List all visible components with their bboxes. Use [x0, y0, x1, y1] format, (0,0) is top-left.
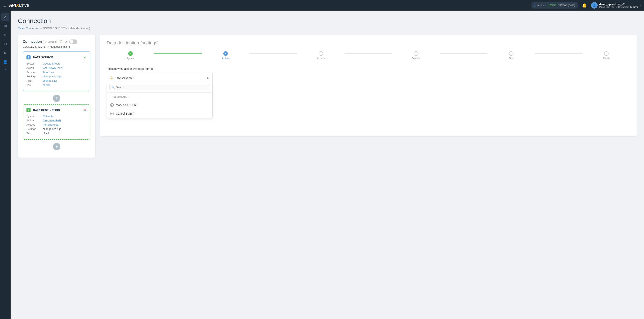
step-circle-access [319, 51, 323, 56]
step-circle-test [509, 51, 514, 56]
step-circle-settings [414, 51, 418, 56]
right-panel: Data destination (settings) ✓ System ● A… [100, 34, 637, 136]
search-input[interactable] [109, 84, 210, 90]
data-source-header: 1 DATA SOURCE ✔ [26, 55, 87, 60]
dropdown-chevron-up-icon: ▲ [206, 76, 209, 79]
data-source-test: Test check [26, 84, 87, 86]
data-destination-box: 2 DATA DESTINATION 🗑 System Calendly Act… [23, 104, 90, 140]
panel-header-row: Connection (ID: 38986) 📋 ⚙ [23, 40, 90, 44]
avatar: 👤 [591, 2, 598, 8]
user-menu-chevron-icon: ▾ [640, 4, 641, 7]
step-circle-action: ● [223, 51, 228, 56]
breadcrumb: Main / Connections / GOOGLE SHEETS -> (d… [18, 27, 637, 30]
user-details: demo_apix-drive_s2 Plan | Start | left u… [599, 3, 638, 8]
dest-access-link[interactable]: (not specified) [43, 123, 60, 126]
right-panel-title: Data destination (settings) [107, 40, 630, 46]
source-test-link[interactable]: check [43, 84, 50, 86]
step-access: Access [297, 51, 345, 60]
source-action-link[interactable]: Get ROWS (new) [43, 66, 63, 70]
step-line-4 [440, 53, 488, 54]
dest-settings: Settings change settings [26, 128, 87, 130]
dest-test: Test check [26, 132, 87, 135]
action-dropdown: ⚠ - not selected - ▲ 🔍 [107, 73, 212, 118]
connection-toggle[interactable] [69, 40, 77, 44]
step-label-access: Access [317, 57, 325, 60]
sidebar-item-briefcase[interactable]: ⊡ [1, 40, 9, 48]
add-between-button[interactable]: + [53, 95, 60, 102]
dropdown-item-not-selected[interactable]: - not selected - [107, 93, 212, 101]
step-circle-system: ✓ [128, 51, 133, 56]
step-label-finish: Finish [603, 57, 610, 60]
source-settings-link[interactable]: change settings [43, 75, 61, 78]
dest-test-link: check [43, 132, 50, 135]
step-label-test: Test [509, 57, 514, 60]
data-source-action: Action Get ROWS (new) [26, 66, 87, 70]
dest-action: Action (not specified) [26, 119, 87, 122]
actions-badge: ℹ Actions: 25'156 / 50'000 (50%) [532, 2, 578, 8]
step-settings: Settings [392, 51, 440, 60]
main-content: Connection Main / Connections / GOOGLE S… [10, 10, 644, 319]
step-test: Test [488, 51, 535, 60]
action-section-label: Indicate what action will be performed [107, 67, 630, 70]
user-menu[interactable]: 👤 demo_apix-drive_s2 Plan | Start | left… [591, 2, 641, 8]
dropdown-item-mark-absent[interactable]: Mark as ABSENT [107, 101, 212, 109]
step-line-3 [345, 53, 392, 54]
source-system-link[interactable]: Google Sheets [43, 62, 60, 65]
dropdown-item-cancel-event[interactable]: Cancel EVENT [107, 109, 212, 118]
step-circle-finish [604, 51, 608, 56]
dest-system-link[interactable]: Calendly [43, 114, 53, 118]
delete-icon[interactable]: 🗑 [84, 108, 87, 112]
dropdown-trigger[interactable]: ⚠ - not selected - ▲ [107, 73, 212, 82]
dest-settings-link: change settings [43, 128, 61, 130]
sidebar-item-help[interactable]: ? [1, 67, 9, 75]
step-action: ● Action [202, 51, 250, 60]
step-label-system: System [126, 57, 134, 60]
play-icon-absent [110, 103, 114, 107]
connection-subtitle: GOOGLE SHEETS -> (data destination) [23, 45, 90, 48]
hamburger-icon[interactable]: ☰ [3, 3, 6, 8]
breadcrumb-connections[interactable]: Connections [26, 27, 40, 30]
data-source-box: 1 DATA SOURCE ✔ System Google Sheets Act… [23, 52, 90, 92]
topnav: ☰ APIXDrive ℹ Actions: 25'156 / 50'000 (… [0, 0, 644, 10]
source-access-link[interactable]: Tina User [43, 71, 54, 74]
sidebar-item-connections[interactable]: ⊞ [1, 22, 9, 30]
sidebar-item-profile[interactable]: 👤 [1, 58, 9, 66]
breadcrumb-main[interactable]: Main [18, 27, 24, 30]
data-source-system: System Google Sheets [26, 62, 87, 65]
steps-bar: ✓ System ● Action Access [107, 51, 630, 60]
search-box: 🔍 [107, 82, 212, 93]
page-title: Connection [18, 17, 637, 25]
check-icon: ✔ [84, 55, 87, 60]
step-label-settings: Settings [412, 57, 420, 60]
cards-row: Connection (ID: 38986) 📋 ⚙ GOOGLE SHEETS… [18, 34, 637, 158]
sidebar-item-billing[interactable]: $ [1, 31, 9, 39]
dest-action-link[interactable]: (not specified) [43, 119, 61, 122]
notification-bell-icon[interactable]: 🔔 [582, 3, 587, 8]
left-panel: Connection (ID: 38986) 📋 ⚙ GOOGLE SHEETS… [18, 34, 95, 158]
dest-system: System Calendly [26, 114, 87, 118]
copy-icon[interactable]: 📋 [59, 40, 62, 43]
settings-icon[interactable]: ⚙ [64, 40, 67, 43]
source-filter-link[interactable]: change filter [43, 79, 57, 82]
dropdown-selected-label: - not selected - [116, 76, 134, 79]
dest-access: Access (not specified) [26, 123, 87, 126]
step-system: ✓ System [107, 51, 154, 60]
step-label-action: Action [222, 57, 230, 60]
sidebar: ⌂ ⊞ $ ⊡ ▶ 👤 ? [0, 10, 10, 319]
sidebar-item-play[interactable]: ▶ [1, 49, 9, 57]
add-after-button[interactable]: + [53, 143, 60, 150]
step-line-2 [250, 53, 297, 54]
search-icon: 🔍 [111, 86, 115, 89]
data-source-access: Access Tina User [26, 71, 87, 74]
info-icon: ℹ [534, 4, 536, 7]
breadcrumb-current: GOOGLE SHEETS -> (data destination) [43, 27, 90, 30]
warn-icon: ⚠ [110, 76, 113, 79]
sidebar-item-home[interactable]: ⌂ [1, 13, 9, 21]
data-destination-header: 2 DATA DESTINATION 🗑 [26, 108, 87, 112]
logo: APIXDrive [9, 3, 29, 8]
play-icon-cancel [110, 112, 114, 116]
data-source-filter: Filter change filter [26, 79, 87, 82]
step-line-5 [535, 53, 583, 54]
dropdown-menu: 🔍 - not selected - Mark as ABSENT [107, 82, 212, 118]
data-source-settings: Settings change settings [26, 75, 87, 78]
